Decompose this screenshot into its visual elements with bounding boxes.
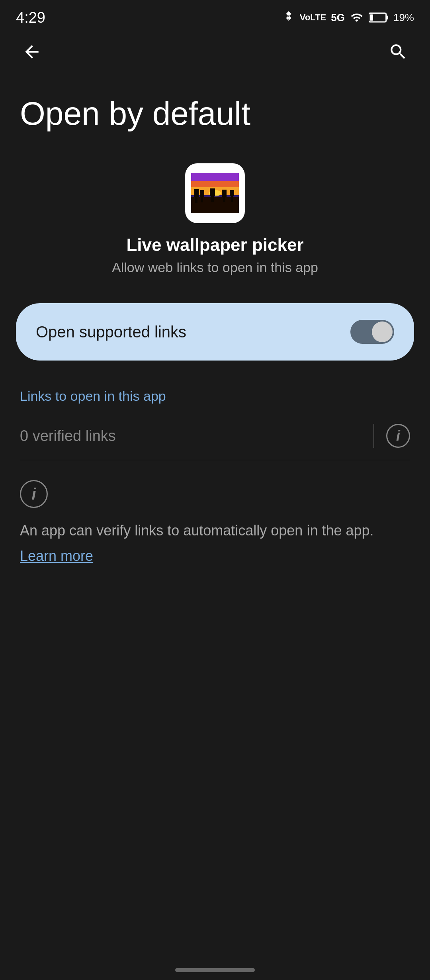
back-button[interactable] (16, 36, 48, 68)
info-description: An app can verify links to automatically… (20, 520, 410, 541)
toggle-switch[interactable] (350, 320, 394, 344)
page-title: Open by default (20, 96, 410, 131)
svg-rect-15 (210, 188, 215, 196)
info-circle-icon: i (31, 485, 36, 503)
back-arrow-icon (22, 42, 42, 62)
svg-rect-11 (194, 189, 199, 197)
app-icon (191, 173, 239, 213)
signal-icon (350, 11, 364, 24)
toggle-label: Open supported links (36, 323, 186, 341)
search-icon (388, 42, 408, 62)
verified-links-info-button[interactable]: i (386, 424, 410, 448)
svg-rect-17 (222, 190, 227, 197)
links-section-title: Links to open in this app (20, 388, 410, 404)
info-block: i An app can verify links to automatical… (0, 464, 430, 572)
svg-rect-19 (230, 190, 234, 196)
5g-icon: 5G (331, 12, 345, 24)
top-nav (0, 32, 430, 72)
verified-links-count: 0 verified links (20, 427, 362, 445)
learn-more-link[interactable]: Learn more (20, 548, 410, 564)
verified-links-row: 0 verified links i (20, 416, 410, 460)
app-icon-wrapper (185, 163, 245, 223)
links-section: Links to open in this app 0 verified lin… (0, 368, 430, 460)
home-indicator (175, 968, 255, 972)
page-title-section: Open by default (0, 72, 430, 147)
app-subtitle: Allow web links to open in this app (112, 260, 318, 275)
toggle-knob (372, 321, 393, 342)
svg-rect-13 (200, 190, 204, 197)
info-block-icon: i (20, 480, 48, 508)
app-name: Live wallpaper picker (126, 235, 303, 255)
svg-rect-2 (370, 14, 373, 21)
app-info-section: Live wallpaper picker Allow web links to… (0, 147, 430, 295)
open-supported-links-toggle-card[interactable]: Open supported links (16, 303, 414, 361)
status-time: 4:29 (16, 9, 45, 26)
status-bar: 4:29 VoLTE 5G 19% (0, 0, 430, 32)
bluetooth-icon (282, 11, 295, 24)
info-icon: i (396, 427, 400, 444)
battery-icon (369, 12, 389, 24)
volte-icon: VoLTE (300, 12, 326, 23)
status-icons: VoLTE 5G 19% (282, 11, 414, 24)
svg-rect-1 (386, 16, 388, 19)
search-button[interactable] (382, 36, 414, 68)
battery-percent: 19% (393, 12, 414, 24)
row-divider (373, 424, 374, 448)
